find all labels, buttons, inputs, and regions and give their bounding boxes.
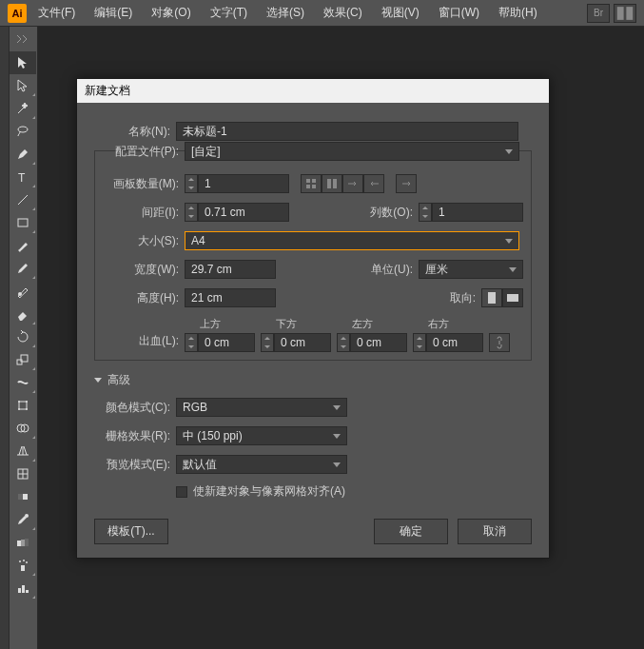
svg-point-12: [18, 408, 20, 410]
perspective-tool[interactable]: [10, 440, 36, 462]
svg-rect-24: [25, 539, 29, 546]
ai-logo: Ai: [8, 4, 27, 23]
preview-label: 预览模式(E):: [94, 457, 176, 473]
menu-select[interactable]: 选择(S): [259, 1, 312, 25]
bleed-left-stepper[interactable]: [337, 333, 350, 352]
symbol-sprayer-tool[interactable]: [10, 554, 36, 577]
grid-by-row-icon[interactable]: [301, 174, 322, 193]
svg-rect-9: [19, 402, 27, 409]
blend-tool[interactable]: [10, 531, 36, 554]
bleed-right-stepper[interactable]: [413, 333, 426, 352]
tools-panel: T: [10, 27, 38, 649]
orientation-portrait[interactable]: [481, 288, 502, 307]
width-tool[interactable]: [10, 371, 36, 394]
svg-point-10: [18, 401, 20, 403]
spacing-stepper[interactable]: [185, 203, 198, 222]
units-select[interactable]: 厘米: [419, 260, 523, 279]
arrange-icon[interactable]: [614, 4, 636, 23]
svg-point-28: [26, 561, 28, 563]
colormode-label: 颜色模式(C):: [94, 400, 176, 416]
shape-builder-tool[interactable]: [10, 417, 36, 440]
pen-tool[interactable]: [10, 143, 36, 166]
menu-type[interactable]: 文字(T): [203, 1, 255, 25]
artboards-stepper[interactable]: [185, 174, 198, 193]
eyedropper-tool[interactable]: [10, 508, 36, 531]
bleed-top-input[interactable]: [198, 333, 255, 352]
svg-rect-37: [333, 179, 337, 188]
link-bleed-icon[interactable]: [489, 333, 510, 352]
mesh-tool[interactable]: [10, 462, 36, 485]
menu-edit[interactable]: 编辑(E): [87, 1, 140, 25]
cancel-button[interactable]: 取消: [458, 519, 532, 544]
free-transform-tool[interactable]: [10, 394, 36, 417]
menu-view[interactable]: 视图(V): [374, 1, 427, 25]
svg-rect-31: [26, 590, 29, 593]
rectangle-tool[interactable]: [10, 211, 36, 234]
svg-rect-0: [617, 7, 624, 20]
bleed-bottom-stepper[interactable]: [261, 333, 274, 352]
height-input[interactable]: [185, 288, 276, 307]
colormode-select[interactable]: RGB: [176, 398, 347, 417]
raster-label: 栅格效果(R):: [94, 428, 176, 444]
svg-rect-34: [306, 185, 310, 188]
rotate-tool[interactable]: [10, 325, 36, 348]
svg-rect-20: [18, 494, 23, 500]
orientation-landscape[interactable]: [502, 288, 523, 307]
line-tool[interactable]: [10, 188, 36, 211]
pencil-tool[interactable]: [10, 257, 36, 280]
menu-object[interactable]: 对象(O): [144, 1, 198, 25]
width-label: 宽度(W):: [103, 262, 185, 278]
svg-rect-33: [312, 179, 316, 183]
svg-point-13: [26, 408, 28, 410]
profile-label: 配置文件(P):: [103, 144, 185, 160]
row-rtl-icon[interactable]: [363, 174, 384, 193]
gradient-tool[interactable]: [10, 485, 36, 508]
selection-tool[interactable]: [10, 51, 36, 74]
paintbrush-tool[interactable]: [10, 234, 36, 257]
columns-stepper[interactable]: [419, 203, 432, 222]
artboards-input[interactable]: [198, 174, 289, 193]
advanced-label: 高级: [107, 372, 130, 388]
eraser-tool[interactable]: [10, 303, 36, 325]
column-graph-tool[interactable]: [10, 577, 36, 600]
type-tool[interactable]: T: [10, 166, 36, 188]
menu-effect[interactable]: 效果(C): [316, 1, 370, 25]
advanced-disclosure[interactable]: 高级: [94, 372, 532, 388]
svg-point-21: [25, 514, 29, 518]
magic-wand-tool[interactable]: [10, 97, 36, 120]
svg-rect-25: [21, 565, 25, 571]
spacing-label: 间距(I):: [103, 205, 185, 221]
profile-select[interactable]: [自定]: [185, 142, 519, 161]
scale-tool[interactable]: [10, 348, 36, 371]
menu-window[interactable]: 窗口(W): [431, 1, 487, 25]
bleed-right-input[interactable]: [426, 333, 483, 352]
spacing-input[interactable]: [198, 203, 289, 222]
width-input[interactable]: [185, 260, 276, 279]
dialog-title: 新建文档: [77, 79, 549, 103]
align-pixel-checkbox[interactable]: [176, 486, 187, 498]
template-button[interactable]: 模板(T)...: [94, 519, 168, 544]
raster-select[interactable]: 中 (150 ppi): [176, 426, 347, 445]
svg-rect-30: [22, 585, 25, 593]
grid-by-col-icon[interactable]: [322, 174, 342, 193]
direct-selection-tool[interactable]: [10, 74, 36, 97]
bleed-top-stepper[interactable]: [185, 333, 198, 352]
tool-handle[interactable]: [10, 29, 36, 51]
bleed-left-input[interactable]: [350, 333, 407, 352]
size-select[interactable]: A4: [185, 231, 519, 250]
blob-brush-tool[interactable]: [10, 280, 36, 303]
size-label: 大小(S):: [103, 233, 185, 249]
preview-select[interactable]: 默认值: [176, 455, 347, 474]
bridge-icon[interactable]: Br: [587, 4, 610, 23]
change-artboard-icon[interactable]: [396, 174, 417, 193]
menu-help[interactable]: 帮助(H): [491, 1, 545, 25]
units-label: 单位(U):: [361, 262, 419, 278]
svg-rect-1: [626, 7, 633, 20]
bleed-bottom-input[interactable]: [274, 333, 331, 352]
lasso-tool[interactable]: [10, 120, 36, 143]
row-ltr-icon[interactable]: [342, 174, 363, 193]
ok-button[interactable]: 确定: [374, 519, 448, 544]
columns-input[interactable]: [432, 203, 523, 222]
menu-file[interactable]: 文件(F): [30, 1, 83, 25]
name-input[interactable]: [176, 122, 518, 141]
